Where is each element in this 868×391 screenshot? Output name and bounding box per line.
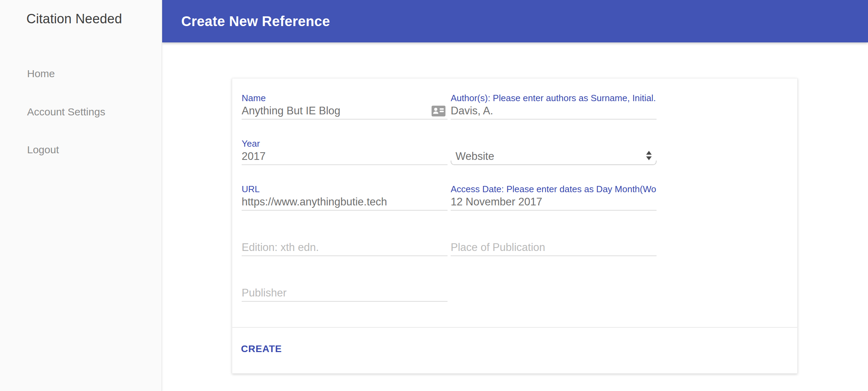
access-date-input[interactable] (451, 194, 657, 210)
spinner-down-arrow (646, 156, 652, 160)
name-underline (242, 103, 448, 120)
form-row (242, 230, 797, 256)
app-bar: Create New Reference (162, 0, 868, 42)
spinner-up-arrow (646, 151, 652, 155)
publisher-input[interactable] (242, 285, 448, 301)
reference-type-field: Website (451, 139, 657, 165)
empty-cell (451, 275, 657, 302)
select-underline (451, 161, 657, 165)
form-row: Year Website (242, 139, 797, 165)
url-field: URL (242, 184, 448, 211)
authors-underline (451, 103, 657, 120)
sidebar-item-account-settings[interactable]: Account Settings (27, 106, 105, 118)
year-input[interactable] (242, 148, 448, 164)
contact-card-icon[interactable] (432, 106, 445, 116)
sidebar-item-home[interactable]: Home (27, 68, 55, 80)
edition-field (242, 230, 448, 256)
place-of-publication-input[interactable] (451, 239, 657, 255)
authors-field: Author(s): Please enter authors as Surna… (451, 93, 657, 120)
publisher-label-spacer (242, 275, 448, 285)
form-row: URL Access Date: Please enter dates as D… (242, 184, 797, 211)
place-of-publication-underline (451, 239, 657, 256)
url-underline (242, 194, 448, 211)
authors-label: Author(s): Please enter authors as Surna… (451, 93, 657, 103)
name-field: Name (242, 93, 448, 120)
url-input[interactable] (242, 194, 448, 210)
reference-type-label-spacer (451, 139, 657, 148)
page-title: Create New Reference (181, 0, 330, 42)
reference-type-select[interactable]: Website (451, 148, 657, 165)
access-date-label: Access Date: Please enter dates as Day M… (451, 184, 657, 194)
sidebar-item-logout[interactable]: Logout (27, 144, 59, 156)
up-down-spinner-icon (646, 151, 652, 160)
app-title: Citation Needed (26, 11, 122, 26)
card-footer: CREATE (232, 328, 797, 357)
publisher-underline (242, 285, 448, 302)
name-input[interactable] (242, 103, 422, 119)
name-label: Name (242, 93, 448, 103)
form-row: Name Author(s): Please ent (242, 93, 797, 120)
edition-underline (242, 239, 448, 256)
reference-form: Name Author(s): Please ent (232, 79, 797, 302)
sidebar: Citation Needed Home Account Settings Lo… (0, 0, 162, 391)
url-label: URL (242, 184, 448, 194)
place-label-spacer (451, 230, 657, 239)
place-of-publication-field (451, 230, 657, 256)
publisher-field (242, 275, 448, 302)
access-date-underline (451, 194, 657, 211)
form-row (242, 275, 797, 302)
year-underline (242, 148, 448, 165)
year-field: Year (242, 139, 448, 165)
edition-label-spacer (242, 230, 448, 239)
create-reference-card: Name Author(s): Please ent (232, 78, 798, 374)
edition-input[interactable] (242, 239, 448, 255)
access-date-field: Access Date: Please enter dates as Day M… (451, 184, 657, 211)
create-button[interactable]: CREATE (241, 341, 285, 357)
year-label: Year (242, 139, 448, 148)
authors-input[interactable] (451, 103, 657, 119)
